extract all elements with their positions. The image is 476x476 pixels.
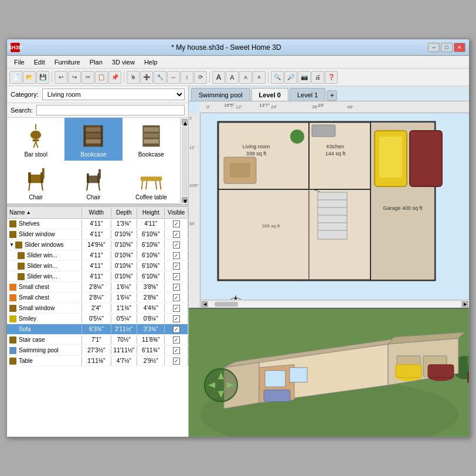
redo-button[interactable]: ↪ [68,71,81,84]
list-row[interactable]: Slider win...4'11"0'10⅝"6'10⅝" [7,271,188,282]
zoom-in-button[interactable]: 🔍 [271,71,284,84]
list-row[interactable]: ▼ Slider windows14'9⅛"0'10⅝"6'10⅝" [7,240,188,250]
plan-area[interactable]: 0' 12' 24' 36' 48' 16'5" 13'7" 19' 0 12'… [189,101,469,308]
visible-checkbox[interactable] [173,252,180,259]
row-visible-cell[interactable] [165,261,188,271]
list-row[interactable]: Slider win...4'11"0'10⅝"6'10⅝" [7,261,188,271]
list-row[interactable]: Slider win...4'11"0'10⅝"6'10⅝" [7,250,188,261]
list-row[interactable]: Stair case7'1"70½"11'8⅜" [7,335,188,345]
row-visible-cell[interactable] [165,356,188,366]
scroll-right-btn[interactable]: ▶ [462,301,468,307]
row-visible-cell[interactable] [165,325,188,334]
list-row[interactable]: Slider window4'11"0'10⅝"6'10⅝" [7,229,188,240]
list-row[interactable]: Small chest2'8¼"1'6¼"2'8⅝" [7,293,188,303]
furniture-item-coffee-table[interactable]: Coffee table [123,161,180,203]
menu-file[interactable]: File [9,57,29,67]
visible-checkbox[interactable] [173,284,180,291]
category-select[interactable]: Living room [42,89,185,100]
close-button[interactable]: ✕ [454,43,465,52]
row-visible-cell[interactable] [165,314,188,324]
menu-3dview[interactable]: 3D view [107,57,140,67]
visible-checkbox[interactable] [173,242,180,249]
list-row[interactable]: Smiley0'5¼"0'5¼"0'8¼" [7,314,188,324]
row-visible-cell[interactable] [165,219,188,229]
menu-furniture[interactable]: Furniture [50,57,85,67]
col-header-depth[interactable]: Depth [111,208,137,217]
paste-button[interactable]: 📌 [108,71,121,84]
zoom-out-button[interactable]: 🔎 [284,71,297,84]
visible-checkbox[interactable] [173,336,180,344]
tab-swimming-pool[interactable]: Swimming pool [191,88,250,101]
open-button[interactable]: 📂 [23,71,36,84]
visible-checkbox[interactable] [173,220,180,227]
h-scrollbar[interactable]: ◀ ▶ [200,300,469,308]
rotate-button[interactable]: ⟳ [194,71,207,84]
camera-button[interactable]: 📷 [298,71,311,84]
maximize-button[interactable]: □ [441,43,453,52]
visible-checkbox[interactable] [173,326,180,333]
list-row[interactable]: Small window2'4"1'1¾"4'4¾" [7,303,188,314]
visible-checkbox[interactable] [173,231,180,238]
text-tiny-button[interactable]: A [253,71,266,84]
row-label: Slider win... [27,252,57,259]
visible-checkbox[interactable] [173,347,180,354]
list-row[interactable]: Table1'11⅛"4'7½"2'9½" [7,356,188,366]
text-medium-button[interactable]: A [226,71,239,84]
resize-h-button[interactable]: ↔ [167,71,180,84]
wall-button[interactable]: 🔧 [154,71,166,84]
visible-checkbox[interactable] [173,315,180,322]
visible-checkbox[interactable] [173,263,180,270]
menu-edit[interactable]: Edit [29,57,50,67]
scroll-left-btn[interactable]: ◀ [202,301,208,307]
list-row[interactable]: Shelves4'11"1'3¾"4'11" [7,219,188,229]
help-button[interactable]: ❓ [325,71,338,84]
save-button[interactable]: 💾 [36,71,49,84]
furniture-item-chair-2[interactable]: Chair [64,161,122,203]
list-row[interactable]: Small chest2'8¼"1'6¼"3'8⅝" [7,282,188,293]
row-type-icon [9,220,16,227]
search-input[interactable] [36,105,185,115]
visible-checkbox[interactable] [173,273,180,280]
visible-checkbox[interactable] [173,294,180,301]
furniture-item-bookcase-2[interactable]: Bookcase [123,118,180,161]
row-visible-cell[interactable] [165,304,188,313]
list-row[interactable]: Swimming pool27'3½"11'11½"6'11¾" [7,345,188,356]
menu-plan[interactable]: Plan [85,57,107,67]
row-visible-cell[interactable] [165,272,188,281]
minimize-button[interactable]: − [428,43,440,52]
row-visible-cell[interactable] [165,283,188,292]
undo-button[interactable]: ↩ [55,71,67,84]
furniture-item-bookcase-1[interactable]: Bookcase [64,118,122,161]
furniture-item-bar-stool[interactable]: Bar stool [7,118,64,161]
col-header-visible[interactable]: Visible [165,208,188,217]
row-visible-cell[interactable] [165,230,188,239]
cut-button[interactable]: ✂ [81,71,94,84]
row-visible-cell[interactable] [165,335,188,345]
scroll-up-btn[interactable]: ▲ [182,119,188,125]
row-visible-cell[interactable] [165,346,188,355]
resize-v-button[interactable]: ↕ [181,71,193,84]
select-button[interactable]: 🖱 [127,71,140,84]
menu-help[interactable]: Help [140,57,162,67]
row-visible-cell[interactable] [165,251,188,260]
svg-line-18 [29,183,30,191]
col-header-width[interactable]: Width [82,208,111,217]
row-visible-cell[interactable] [165,240,188,250]
tab-add-button[interactable]: + [327,90,337,101]
row-visible-cell[interactable] [165,293,188,302]
add-button[interactable]: ➕ [140,71,153,84]
tab-level1[interactable]: Level 1 [290,88,325,101]
new-button[interactable]: 📄 [9,71,22,84]
visible-checkbox[interactable] [173,358,180,365]
print-button[interactable]: 🖨 [311,71,324,84]
scroll-down-btn[interactable]: ▼ [182,197,188,203]
col-header-height[interactable]: Height [137,208,165,217]
text-large-button[interactable]: A [212,71,225,84]
col-header-name[interactable]: Name ▲ [7,208,82,217]
text-small-button[interactable]: A [239,71,252,84]
furniture-item-chair-1[interactable]: Chair [7,161,64,203]
copy-button[interactable]: 📋 [95,71,108,84]
tab-level0[interactable]: Level 0 [251,88,288,101]
list-row[interactable]: Sofa6'3¾"2'11½"3'3¾" [7,324,188,335]
visible-checkbox[interactable] [173,305,180,312]
